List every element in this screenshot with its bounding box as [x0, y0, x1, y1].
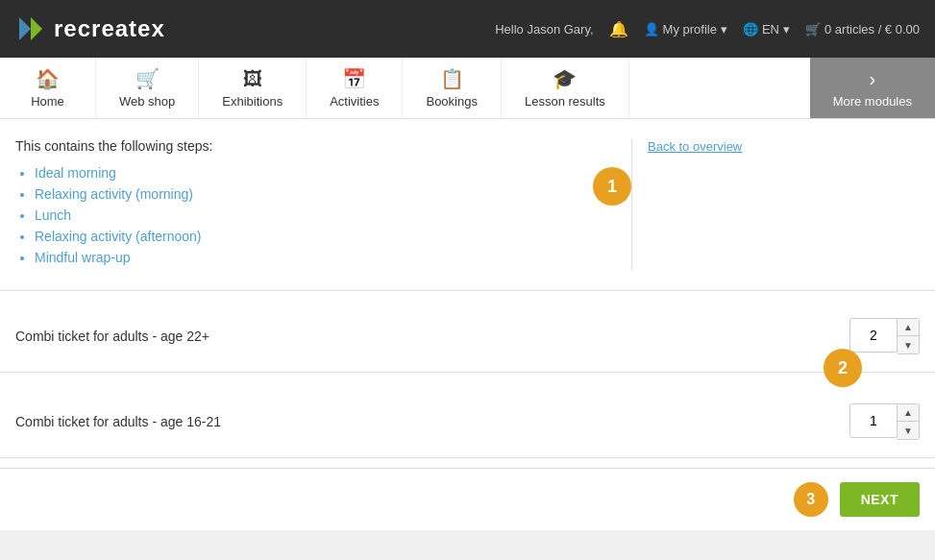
steps-section: This contains the following steps: Ideal… [0, 119, 935, 291]
ticket-row-2: Combi ticket for adults - age 16-21 ▲ ▼ [0, 386, 935, 458]
nav-home[interactable]: 🏠 Home [0, 58, 96, 118]
steps-right: Back to overview [631, 138, 920, 271]
ticket-label-2: Combi ticket for adults - age 16-21 [15, 414, 221, 429]
greeting-text: Hello Jason Gary, [495, 22, 593, 37]
list-item[interactable]: Mindful wrap-up [35, 250, 554, 265]
lang-chevron-icon: ▾ [783, 22, 790, 37]
profile-link[interactable]: 👤 My profile ▾ [644, 22, 727, 37]
home-icon: 🏠 [36, 67, 60, 90]
increment-button-2[interactable]: ▲ [898, 404, 919, 422]
bell-icon[interactable]: 🔔 [609, 20, 628, 38]
ticket-label-1: Combi ticket for adults - age 22+ [15, 329, 209, 344]
nav-webshop-label: Web shop [119, 94, 175, 109]
svg-marker-0 [31, 17, 42, 40]
cart-nav-icon: 🛒 [135, 67, 160, 90]
language-selector[interactable]: 🌐 EN ▾ [743, 22, 790, 37]
nav-more-modules[interactable]: › More modules [810, 58, 935, 118]
nav-exhibitions[interactable]: 🖼 Exhibitions [199, 58, 307, 118]
logo-text: recreatex [54, 15, 165, 42]
top-bar: recreatex Hello Jason Gary, 🔔 👤 My profi… [0, 0, 935, 58]
ticket-section: Combi ticket for adults - age 22+ ▲ ▼ 2 … [0, 291, 935, 468]
ticket-right-1: ▲ ▼ [849, 318, 920, 354]
cart-link[interactable]: 🛒 0 articles / € 0.00 [805, 22, 920, 37]
step-badge-1: 1 [593, 167, 631, 206]
stepper-1: ▲ ▼ [849, 318, 920, 354]
step-link-3[interactable]: Lunch [35, 207, 71, 223]
step-badge-3: 3 [794, 482, 828, 517]
nav-bookings-label: Bookings [426, 94, 477, 109]
nav-lesson-results-label: Lesson results [525, 94, 605, 109]
user-icon: 👤 [644, 22, 659, 37]
activities-icon: 📅 [342, 67, 366, 90]
nav-bookings[interactable]: 📋 Bookings [403, 58, 501, 118]
nav-activities-label: Activities [330, 94, 379, 109]
steps-list: Ideal morning Relaxing activity (morning… [15, 165, 554, 265]
nav-lesson-results[interactable]: 🎓 Lesson results [502, 58, 629, 118]
list-item[interactable]: Lunch [35, 207, 554, 223]
nav-webshop[interactable]: 🛒 Web shop [96, 58, 199, 118]
step-link-5[interactable]: Mindful wrap-up [35, 250, 131, 265]
main-content: This contains the following steps: Ideal… [0, 119, 935, 530]
navigation-bar: 🏠 Home 🛒 Web shop 🖼 Exhibitions 📅 Activi… [0, 58, 935, 119]
quantity-input-1[interactable] [849, 318, 898, 353]
lesson-icon: 🎓 [553, 67, 577, 90]
top-right-nav: Hello Jason Gary, 🔔 👤 My profile ▾ 🌐 EN … [495, 20, 920, 38]
steps-title: This contains the following steps: [15, 138, 554, 154]
next-button[interactable]: NEXT [840, 482, 920, 517]
more-icon: › [869, 68, 875, 90]
nav-exhibitions-label: Exhibitions [222, 94, 283, 109]
nav-home-label: Home [31, 94, 64, 109]
stepper-2: ▲ ▼ [849, 403, 920, 440]
ticket-row-1: Combi ticket for adults - age 22+ ▲ ▼ 2 [0, 301, 935, 373]
nav-more-label: More modules [833, 94, 912, 109]
decrement-button-1[interactable]: ▼ [898, 336, 919, 353]
list-item[interactable]: Relaxing activity (morning) [35, 186, 554, 202]
globe-icon: 🌐 [743, 22, 758, 37]
exhibition-icon: 🖼 [243, 68, 262, 90]
svg-marker-1 [19, 17, 31, 40]
step-badge-2: 2 [824, 349, 862, 387]
logo: recreatex [15, 13, 165, 44]
step-link-1[interactable]: Ideal morning [35, 165, 116, 181]
cart-icon: 🛒 [805, 22, 821, 37]
increment-button-1[interactable]: ▲ [898, 319, 919, 336]
list-item[interactable]: Ideal morning [35, 165, 554, 181]
decrement-button-2[interactable]: ▼ [898, 422, 919, 439]
ticket-right-2: ▲ ▼ [849, 403, 920, 440]
stepper-buttons-2: ▲ ▼ [898, 403, 920, 440]
bookings-icon: 📋 [440, 67, 464, 90]
step-link-4[interactable]: Relaxing activity (afternoon) [35, 229, 202, 244]
list-item[interactable]: Relaxing activity (afternoon) [35, 229, 554, 244]
stepper-buttons-1: ▲ ▼ [898, 318, 920, 354]
nav-activities[interactable]: 📅 Activities [307, 58, 403, 118]
steps-left: This contains the following steps: Ideal… [15, 138, 574, 271]
quantity-input-2[interactable] [849, 403, 898, 438]
logo-icon [15, 13, 46, 44]
back-to-overview-link[interactable]: Back to overview [648, 139, 742, 154]
step-link-2[interactable]: Relaxing activity (morning) [35, 186, 193, 202]
profile-chevron-icon: ▾ [721, 22, 727, 37]
bottom-bar: 3 NEXT [0, 468, 935, 530]
